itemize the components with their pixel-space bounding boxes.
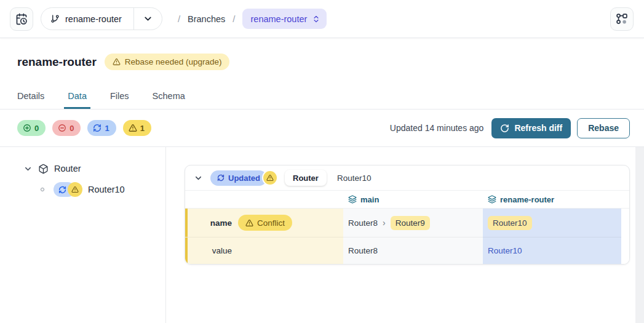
- diff-row-name: name Conflict Router8 › Router9 Router: [185, 209, 629, 237]
- stat-removed-count: 0: [70, 124, 74, 133]
- base-value-cell: Router8: [343, 237, 483, 264]
- sidebar-tree: Router Router10: [0, 147, 166, 323]
- chevron-down-icon: [143, 14, 153, 24]
- field-name: value: [212, 246, 232, 255]
- updated-status-pill: Updated: [210, 170, 267, 186]
- base-value-cell: Router8 › Router9: [343, 209, 483, 237]
- branch-selector[interactable]: rename-router: [41, 7, 162, 30]
- calendar-clock-icon: [15, 13, 28, 25]
- history-button[interactable]: [10, 7, 33, 31]
- updated-status-label: Updated: [228, 173, 260, 183]
- scrollbar-track[interactable]: [635, 147, 644, 323]
- tree-group-label: Router: [54, 164, 81, 173]
- branch-value: Router10: [488, 246, 522, 255]
- breadcrumb-separator: /: [233, 14, 235, 24]
- stat-added-badge: 0: [17, 120, 46, 136]
- conflict-pill: Conflict: [238, 215, 292, 231]
- rebase-needed-badge: Rebase needed (upgrade): [105, 54, 230, 70]
- tab-data[interactable]: Data: [64, 91, 90, 109]
- layers-icon: [488, 195, 496, 204]
- rebase-button[interactable]: Rebase: [577, 118, 630, 138]
- warning-icon: [129, 124, 137, 132]
- collapse-chevron-icon[interactable]: [194, 173, 203, 183]
- tree-item-badges: [54, 182, 82, 197]
- change-arrow: ›: [383, 218, 386, 228]
- base-value: Router8: [348, 246, 378, 255]
- updated-timestamp: Updated 14 minutes ago: [390, 123, 484, 133]
- breadcrumb-branch-label: rename-router: [250, 14, 307, 24]
- stat-updated-count: 1: [105, 124, 109, 133]
- breadcrumb-branch-switcher[interactable]: rename-router: [242, 9, 327, 29]
- page-header: rename-router Rebase needed (upgrade) De…: [0, 38, 644, 110]
- field-name-box: name: [197, 218, 232, 228]
- tree-group-router[interactable]: Router: [0, 160, 165, 177]
- field-cell: value: [185, 237, 343, 264]
- stat-added-count: 0: [34, 124, 39, 133]
- rebase-needed-label: Rebase needed (upgrade): [125, 57, 222, 66]
- workflow-icon: [616, 13, 628, 25]
- branch-selector-current[interactable]: rename-router: [41, 8, 133, 30]
- diff-table-header: main rename-router: [185, 191, 629, 209]
- box-icon: [38, 164, 49, 174]
- branch-selector-dropdown[interactable]: [134, 8, 162, 30]
- main-panel: Updated Router Router10 main: [166, 147, 644, 323]
- field-name-box: value: [197, 246, 232, 255]
- tabs: Details Data Files Schema: [14, 91, 627, 109]
- refresh-icon: [500, 124, 509, 133]
- bullet-icon: [41, 188, 44, 191]
- refresh-diff-label: Refresh diff: [514, 123, 562, 133]
- old-value: Router8: [348, 218, 378, 228]
- sync-icon: [217, 174, 225, 181]
- breadcrumb: / Branches / rename-router: [170, 9, 327, 29]
- conflict-badge: [68, 182, 82, 197]
- toolbar-actions: Updated 14 minutes ago Refresh diff Reba…: [390, 118, 630, 138]
- title-row: rename-router Rebase needed (upgrade): [17, 38, 627, 70]
- tab-schema[interactable]: Schema: [149, 91, 189, 109]
- diff-toolbar: 0 0 1 1 Updated 14 minutes ago Ref: [0, 110, 644, 147]
- warning-icon: [113, 58, 121, 66]
- entity-name: Router10: [337, 173, 372, 183]
- compare-branch-column-header: rename-router: [483, 191, 621, 208]
- top-bar: rename-router / Branches / rename-router: [0, 0, 644, 38]
- stat-removed-badge: 0: [52, 120, 81, 136]
- tree-item-router10[interactable]: Router10: [0, 180, 165, 199]
- workflow-button[interactable]: [610, 7, 634, 31]
- warning-icon: [71, 186, 79, 193]
- top-bar-left: rename-router / Branches / rename-router: [10, 7, 327, 31]
- branch-value-cell: Router10: [483, 237, 621, 264]
- branch-selector-label: rename-router: [65, 14, 122, 24]
- breadcrumb-branches[interactable]: Branches: [188, 14, 225, 24]
- sync-icon: [93, 124, 101, 132]
- tree-item-label: Router10: [88, 185, 125, 194]
- chevron-down-icon[interactable]: [23, 164, 33, 173]
- warning-icon: [266, 174, 274, 181]
- unfold-vertical-icon: [312, 15, 320, 23]
- branch-value-highlight: Router10: [488, 216, 532, 230]
- refresh-diff-button[interactable]: Refresh diff: [491, 118, 571, 138]
- tab-details[interactable]: Details: [14, 91, 48, 109]
- field-cell: name Conflict: [185, 209, 343, 237]
- compare-branch-name: rename-router: [500, 195, 554, 204]
- base-branch-name: main: [360, 195, 379, 204]
- diff-stats: 0 0 1 1: [17, 120, 151, 136]
- diff-card: Updated Router Router10 main: [185, 165, 630, 265]
- page-title: rename-router: [17, 55, 97, 69]
- diff-row-value: value Router8 Router10: [185, 237, 629, 264]
- filler: [621, 237, 629, 264]
- layers-icon: [348, 195, 357, 204]
- base-branch-column-header: main: [343, 191, 483, 208]
- field-column-header: [185, 191, 343, 208]
- git-branch-icon: [50, 14, 60, 23]
- filler: [621, 191, 629, 208]
- stat-conflicts-count: 1: [140, 124, 145, 133]
- sync-icon: [58, 186, 66, 194]
- entity-type-pill: Router: [285, 170, 327, 186]
- minus-circle-icon: [58, 124, 66, 132]
- tab-files[interactable]: Files: [106, 91, 133, 109]
- filler: [621, 209, 629, 237]
- plus-circle-icon: [23, 124, 31, 132]
- field-name: name: [210, 218, 232, 228]
- branch-value-cell: Router10: [483, 209, 621, 237]
- stat-updated-badge: 1: [87, 120, 116, 136]
- content: Router Router10: [0, 147, 644, 323]
